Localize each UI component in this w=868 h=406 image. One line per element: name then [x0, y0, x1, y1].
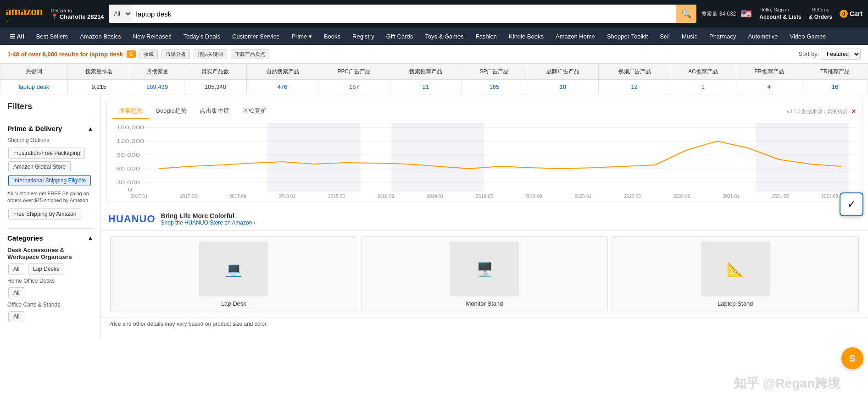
cell-ppc: 187 — [318, 80, 390, 94]
navbar-item-books[interactable]: Books — [319, 30, 345, 43]
promo-link[interactable]: Shop the HUANUO Store on Amazon › — [161, 219, 256, 226]
deliver-to-section: Deliver to 📍Charlotte 28214 — [51, 8, 104, 20]
home-office-all-btn[interactable]: All — [8, 287, 24, 298]
cart-section[interactable]: 0 Cart — [840, 10, 862, 18]
cell-keyword[interactable]: laptop desk — [0, 80, 68, 94]
navbar-item-kindle[interactable]: Kindle Books — [504, 30, 549, 43]
svg-rect-1 — [391, 123, 484, 192]
navbar-item-fashion[interactable]: Fashion — [471, 30, 502, 43]
returns-label: Returns — [809, 6, 832, 13]
sort-by: Sort by: Featured — [799, 49, 861, 60]
product-label-lap-desk: Lap Desk — [115, 300, 352, 307]
cell-search-rec: 21 — [390, 80, 462, 94]
promo-band: HUANUO Bring Life More Colorful Shop the… — [101, 208, 868, 231]
categories-header[interactable]: Categories ▲ — [7, 228, 93, 242]
category-btn-lap-desks[interactable]: Lap Desks — [28, 263, 64, 274]
svg-text:60,000: 60,000 — [116, 166, 140, 172]
navbar-item-automotive[interactable]: Automotive — [743, 30, 783, 43]
chart-body: 150,000 120,000 90,000 60,000 30,000 0 2… — [107, 119, 862, 202]
table-row: laptop desk 9,215 289,439 105,340 476 18… — [0, 80, 868, 94]
search-button[interactable]: 🔍 — [676, 5, 696, 23]
category-btn-all[interactable]: All — [8, 263, 24, 274]
navbar: ☰ All Best Sellers Amazon Basics New Rel… — [0, 27, 868, 45]
navbar-item-shopper-toolkit[interactable]: Shopper Toolkit — [602, 30, 653, 43]
col-brand: 品牌广告产品 — [527, 64, 599, 80]
navbar-item-registry[interactable]: Registry — [347, 30, 379, 43]
account-label: Account & Lists — [759, 13, 801, 21]
col-keyword: 关键词 — [0, 64, 68, 80]
svg-rect-0 — [267, 123, 361, 192]
cell-rank: 9,215 — [67, 80, 130, 94]
hello-label: Hello, Sign in — [759, 6, 801, 13]
navbar-all-button[interactable]: ☰ All — [5, 30, 29, 43]
badge-market[interactable]: 市场分析 — [161, 49, 190, 59]
navbar-item-video-games[interactable]: Video Games — [785, 30, 831, 43]
chart-tabs: 搜索趋势 Google趋势 点击集中度 PPC竞价 v3.1.0 数据来源：卖家… — [107, 100, 862, 119]
sidebar: Filters Prime & Delivery ▲ Shipping Opti… — [0, 94, 101, 338]
product-card-laptop-stand[interactable]: 📐 Laptop Stand — [612, 236, 859, 312]
amazon-logo[interactable]: amazon ⌄ — [6, 5, 43, 22]
navbar-item-amazon-basics[interactable]: Amazon Basics — [75, 30, 126, 43]
cart-label: Cart — [850, 10, 862, 17]
office-carts-all-btn[interactable]: All — [8, 311, 24, 322]
product-img-lap-desk: 💻 — [199, 241, 268, 296]
content-area: 搜索趋势 Google趋势 点击集中度 PPC竞价 v3.1.0 数据来源：卖家… — [101, 94, 868, 338]
location-text: 📍Charlotte 28214 — [51, 13, 104, 20]
col-er: ER推荐产品 — [736, 64, 802, 80]
chart-svg: 150,000 120,000 90,000 60,000 30,000 0 — [112, 123, 857, 192]
navbar-item-gift-cards[interactable]: Gift Cards — [381, 30, 418, 43]
flag-icon[interactable]: 🇺🇸 — [740, 8, 752, 19]
categories-arrow: ▲ — [88, 235, 93, 241]
navbar-item-best-sellers[interactable]: Best Sellers — [31, 30, 73, 43]
navbar-item-todays-deals[interactable]: Today's Deals — [178, 30, 226, 43]
floating-check-button[interactable]: ✓ — [840, 192, 863, 216]
badge-keywords[interactable]: 挖掘关键词 — [194, 49, 227, 59]
cell-monthly: 289,439 — [130, 80, 184, 94]
navbar-item-prime[interactable]: Prime ▾ — [286, 30, 317, 43]
product-label-laptop-stand: Laptop Stand — [617, 300, 854, 307]
badge-collect[interactable]: 收藏 — [139, 49, 158, 59]
navbar-item-customer-service[interactable]: Customer Service — [227, 30, 284, 43]
orders-label: & Orders — [809, 13, 832, 21]
promo-headline: Bring Life More Colorful — [161, 212, 256, 219]
navbar-item-pharmacy[interactable]: Pharmacy — [704, 30, 741, 43]
chart-x-labels: 2017-01 2017-05 2017-09 2018-01 2018-05 … — [112, 194, 857, 199]
badge-products[interactable]: 下载产品卖点 — [231, 49, 269, 59]
navbar-item-amazon-home[interactable]: Amazon Home — [551, 30, 600, 43]
navbar-item-sell[interactable]: Sell — [655, 30, 675, 43]
product-card-lap-desk[interactable]: 💻 Lap Desk — [110, 236, 357, 312]
account-section[interactable]: Hello, Sign in Account & Lists — [759, 6, 801, 21]
chart-tab-google-trend[interactable]: Google趋势 — [149, 104, 193, 119]
filter-free-shipping-amazon[interactable]: Free Shipping by Amazon — [8, 208, 81, 219]
returns-section[interactable]: Returns & Orders — [809, 6, 832, 21]
search-category-select[interactable]: All — [109, 5, 132, 23]
office-carts-label: Office Carts & Stands — [7, 302, 93, 308]
search-input[interactable] — [132, 5, 676, 23]
product-img-monitor-stand: 🖥️ — [450, 241, 519, 296]
filter-frustration-free[interactable]: Frustration-Free Packaging — [8, 148, 85, 159]
navbar-item-new-releases[interactable]: New Releases — [128, 30, 177, 43]
col-ppc: PPC广告产品 — [318, 64, 390, 80]
chart-tab-search-trend[interactable]: 搜索趋势 — [112, 104, 149, 119]
promo-logo[interactable]: HUANUO — [108, 213, 156, 225]
badge-s[interactable]: S — [127, 50, 135, 58]
col-search-rec: 搜索推荐产品 — [390, 64, 462, 80]
col-tr: TR推荐产品 — [802, 64, 868, 80]
product-card-monitor-stand[interactable]: 🖥️ Monitor Stand — [361, 236, 608, 312]
cell-video: 12 — [599, 80, 670, 94]
chart-tab-ppc[interactable]: PPC竞价 — [236, 104, 273, 119]
chart-close-button[interactable]: ✕ — [851, 108, 857, 115]
navbar-item-toys-games[interactable]: Toys & Games — [420, 30, 469, 43]
cell-ac: 1 — [670, 80, 736, 94]
svg-text:120,000: 120,000 — [116, 139, 144, 144]
promo-text-block: Bring Life More Colorful Shop the HUANUO… — [161, 212, 256, 226]
shipping-options-list: Frustration-Free Packaging Amazon Global… — [7, 146, 93, 187]
sort-dropdown[interactable]: Featured — [821, 49, 861, 60]
col-sp: SP广告产品 — [462, 64, 527, 80]
navbar-item-music[interactable]: Music — [677, 30, 702, 43]
filter-intl-shipping[interactable]: International Shipping Eligible — [8, 175, 91, 186]
prime-delivery-header[interactable]: Prime & Delivery ▲ — [7, 119, 93, 132]
filter-amazon-global[interactable]: Amazon Global Store — [8, 161, 71, 172]
col-ac: AC推荐产品 — [670, 64, 736, 80]
chart-tab-click-density[interactable]: 点击集中度 — [193, 104, 236, 119]
